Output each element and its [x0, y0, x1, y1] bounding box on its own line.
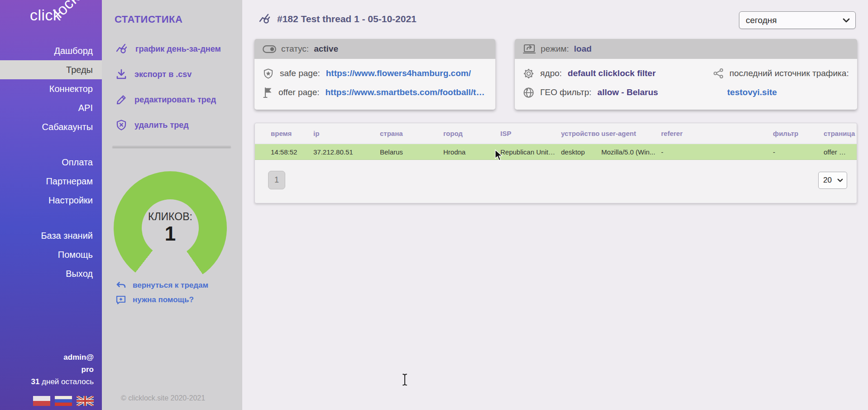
- russia-flag-icon[interactable]: [55, 396, 72, 406]
- shield-star-icon: [263, 68, 274, 79]
- action-label: экспорт в .csv: [134, 70, 192, 79]
- kernel-row: ядро: default clicklock filter: [515, 64, 705, 83]
- geo-filter-value: allow - Belarus: [597, 87, 658, 97]
- sidebar-item-payment[interactable]: Оплата: [0, 153, 102, 172]
- need-help-link[interactable]: нужна помощь?: [115, 293, 208, 307]
- action-export-csv[interactable]: экспорт в .csv: [115, 62, 221, 87]
- safe-page-row: safe page: https://www.flowers4hamburg.c…: [254, 64, 495, 83]
- uk-flag-icon[interactable]: [77, 396, 94, 406]
- action-edit-thread[interactable]: редактировать тред: [115, 87, 221, 112]
- column-header: страна: [380, 130, 443, 137]
- action-delete-thread[interactable]: удалить тред: [115, 112, 221, 138]
- sidebar-item-threads[interactable]: Треды: [0, 60, 102, 79]
- stats-panel-title: СТАТИСТИКА: [115, 14, 182, 25]
- period-select[interactable]: сегодня: [739, 11, 856, 29]
- mode-card-body: ядро: default clicklock filter ГЕО фильт…: [515, 59, 857, 102]
- pencil-icon: [115, 94, 127, 106]
- column-header: устройство: [561, 130, 601, 137]
- cell-referer: -: [661, 148, 773, 156]
- mode-left-column: ядро: default clicklock filter ГЕО фильт…: [515, 64, 705, 102]
- chart-zoom-icon: [115, 43, 128, 55]
- mode-card: режим: load ядро: default clicklock filt…: [515, 39, 857, 110]
- language-switcher: [33, 396, 94, 406]
- cell-device: desktop: [561, 148, 601, 156]
- status-card-header: статус: active: [254, 39, 495, 59]
- safe-page-link[interactable]: https://www.flowers4hamburg.com/: [326, 68, 471, 78]
- chevron-down-icon: [843, 18, 850, 23]
- stats-actions: график день-за-днем экспорт в .csv редак…: [115, 36, 221, 138]
- mode-label: режим:: [541, 44, 569, 54]
- shield-x-icon: [115, 119, 127, 131]
- page-size-select[interactable]: 20: [818, 172, 847, 189]
- cell-country: Belarus: [380, 148, 443, 156]
- account-plan: pro: [31, 363, 94, 376]
- clicklock-logo: clicklock: [30, 6, 89, 24]
- sidebar-item-api[interactable]: API: [0, 98, 102, 117]
- traffic-source-link[interactable]: testovyi.site: [713, 87, 777, 97]
- cell-ip: 37.212.80.51: [313, 148, 380, 156]
- action-label: редактировать тред: [134, 95, 216, 105]
- stat-link-label: нужна помощь?: [133, 295, 194, 304]
- page-size-value: 20: [823, 176, 837, 185]
- download-icon: [115, 68, 127, 80]
- sidebar-item-help[interactable]: Помощь: [0, 245, 102, 264]
- clicks-label: КЛИКОВ:: [148, 211, 192, 223]
- clicks-value: 1: [165, 223, 176, 245]
- table-header-row: время ip страна город ISP устройство use…: [255, 123, 857, 143]
- sidebar-item-subaccounts[interactable]: Сабакаунты: [0, 117, 102, 136]
- action-label: удалить тред: [134, 121, 189, 130]
- status-card: статус: active safe page: https://www.fl…: [254, 39, 495, 110]
- action-daily-chart[interactable]: график день-за-днем: [115, 36, 221, 62]
- kernel-label: ядро:: [540, 68, 562, 78]
- geo-filter-label: ГЕО фильтр:: [540, 87, 591, 97]
- sidebar-item-dashboard[interactable]: Дашборд: [0, 41, 102, 60]
- action-label: график день-за-днем: [135, 44, 221, 54]
- account-days-left: 31 дней осталось: [31, 376, 94, 388]
- mouse-cursor-arrow: [495, 150, 503, 163]
- main-content: #182 Test thread 1 - 05-10-2021 сегодня …: [242, 0, 868, 410]
- sidebar: clicklock Дашборд Треды Коннектор API Са…: [0, 0, 102, 410]
- globe-icon: [523, 87, 534, 98]
- page-title: #182 Test thread 1 - 05-10-2021: [277, 14, 417, 24]
- status-card-body: safe page: https://www.flowers4hamburg.c…: [254, 59, 495, 102]
- stats-panel: СТАТИСТИКА график день-за-днем экспорт в…: [102, 0, 242, 410]
- divider: [112, 146, 231, 147]
- sidebar-item-logout[interactable]: Выход: [0, 264, 102, 283]
- poland-flag-icon[interactable]: [33, 396, 50, 406]
- traffic-source-link-row: testovyi.site: [705, 83, 854, 102]
- period-select-value: сегодня: [746, 15, 843, 25]
- clicks-gauge: КЛИКОВ: 1: [114, 171, 227, 285]
- sidebar-item-settings[interactable]: Настройки: [0, 191, 102, 210]
- mode-value: load: [574, 44, 592, 54]
- column-header: ip: [313, 130, 380, 137]
- copyright: © clicklock.site 2020-2021: [121, 394, 205, 402]
- mode-right-column: последний источник трафика: testovyi.sit…: [705, 64, 854, 102]
- kernel-value: default clicklock filter: [568, 68, 656, 78]
- text-cursor-ibeam: [401, 373, 408, 388]
- sidebar-item-partners[interactable]: Партнерам: [0, 172, 102, 191]
- table-row[interactable]: 14:58:52 37.212.80.51 Belarus Hrodna Rep…: [255, 143, 857, 160]
- offer-page-link[interactable]: https://www.smartbets.com/football/tea..…: [326, 87, 489, 97]
- status-value: active: [314, 44, 338, 54]
- geo-filter-row: ГЕО фильтр: allow - Belarus: [515, 83, 705, 102]
- clicks-table-card: время ip страна город ISP устройство use…: [254, 123, 857, 203]
- flag-icon: [263, 87, 273, 98]
- column-header: фильтр: [773, 130, 824, 137]
- column-header: ISP: [500, 130, 561, 137]
- cell-user-agent: Mozilla/5.0 (Win...: [601, 148, 661, 156]
- mode-card-header: режим: load: [515, 39, 857, 59]
- clicks-gauge-text: КЛИКОВ: 1: [114, 171, 227, 285]
- toggle-icon: [263, 45, 276, 53]
- share-icon: [713, 68, 724, 79]
- sidebar-item-connector[interactable]: Коннектор: [0, 79, 102, 98]
- page-1-button[interactable]: 1: [268, 171, 285, 189]
- column-header: user-agent: [601, 130, 661, 137]
- days-number: 31: [31, 377, 39, 386]
- traffic-source-row: последний источник трафика:: [705, 64, 854, 83]
- app-root: clicklock Дашборд Треды Коннектор API Са…: [0, 0, 868, 410]
- cell-filter: -: [773, 148, 824, 156]
- sidebar-menu: Дашборд Треды Коннектор API Сабакаунты О…: [0, 41, 102, 283]
- status-label: статус:: [281, 44, 309, 54]
- sidebar-item-knowledge-base[interactable]: База знаний: [0, 226, 102, 245]
- screen-share-icon: [523, 44, 536, 54]
